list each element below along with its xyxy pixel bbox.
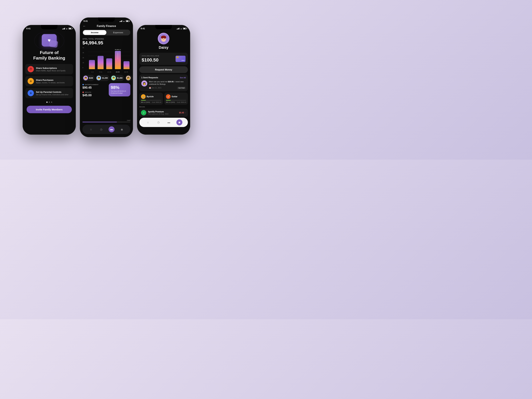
wifi-icon: ▲ — [66, 28, 68, 30]
spotify-amount: $5.45 → — [179, 112, 186, 114]
feature-item-purchases[interactable]: ✈ Share Purchases Appps, movies, Tv show… — [25, 76, 73, 86]
y-label-3k: 3k — [82, 52, 84, 54]
battery-fill — [69, 28, 71, 29]
bicycle-name: Bycicle — [147, 95, 154, 98]
sent-requests-section: 1 Sent Requests See All 👩 Mom can you se… — [139, 74, 188, 91]
heart-card — [42, 34, 57, 47]
nav-home-2[interactable]: ⌂ — [88, 126, 94, 132]
avatar-row: 👧 $100 👦 $1,200 👨 $1,200 👩 — [80, 74, 133, 82]
nav-chart-2[interactable]: ◷ — [98, 126, 104, 132]
bicycle-saved: $85.12 (24%) — [141, 101, 150, 103]
feature-item-parental[interactable]: ✈ Set Up Parental Controls Set up Financ… — [25, 88, 73, 98]
profile-avatar — [158, 33, 169, 44]
nav-bar: ← Family Finance — [80, 23, 133, 28]
x-label-12-18: 12-18 — [105, 71, 114, 73]
nav-person-2[interactable]: ◉ — [119, 126, 125, 132]
bar-group-5-11 — [97, 55, 104, 69]
dot-3 — [51, 101, 52, 103]
phone3-content: Daisy AVAILABLE BALANCE $100.50 VISA Req… — [137, 31, 190, 133]
budget-card: 98% You have left $1500.45of planned bud… — [109, 83, 130, 96]
time-3: 9:41 — [141, 27, 145, 30]
bicycle-header: 🚲 Bycicle — [141, 94, 161, 99]
nav-wallet-2[interactable]: ▬ — [108, 126, 114, 132]
page-dots — [46, 101, 52, 103]
req-meta: 📅 Dec 21, 2021 Not Paid — [149, 87, 186, 89]
bar-5-11 — [98, 56, 104, 69]
nav-chart-3[interactable]: ◷ — [155, 119, 161, 125]
budget-text: You have left $1500.45of planned budget — [111, 90, 128, 94]
guitar-name: Guitar — [171, 95, 177, 98]
x-label-19-25: 19-25 — [113, 71, 122, 73]
used-label: Used — [127, 120, 130, 121]
bar-group-1-4 — [88, 59, 96, 69]
parental-text: Set Up Parental Controls Set up Finance … — [36, 91, 69, 95]
parental-title: Set Up Parental Controls — [36, 91, 69, 93]
y-label-4k: 4k — [82, 47, 84, 49]
invite-family-button[interactable]: Invite Family Members — [27, 106, 72, 113]
bar-12-18 — [106, 58, 112, 69]
chart-y-labels: 4k 3k 2k 1k 0 — [82, 47, 84, 69]
avatar-1: 👧 — [83, 76, 88, 80]
entertainment-label: ENTERTAINMENT — [85, 84, 99, 85]
time-2: 9:41 — [83, 20, 88, 22]
balance-card: AVAILABLE BALANCE $100.50 VISA — [139, 53, 188, 65]
req-date: 📅 Dec 21, 2021 — [149, 87, 162, 89]
bar-label-19-25: $2,886.10 — [115, 49, 121, 50]
bar-19-25 — [115, 51, 121, 69]
notch-1 — [41, 25, 57, 29]
avatar-amount-3: $1,200 — [117, 77, 122, 79]
goals-row: 🚲 Bycicle $85.12 (24%) Goal: $380.00 🎸 G… — [139, 93, 188, 105]
bar-group-19-25: $2,886.10 — [114, 49, 122, 69]
balance-left: AVAILABLE BALANCE $100.50 — [142, 55, 159, 63]
phone-2: 9:41 ▲ ← Family Finance Income Expenses … — [80, 18, 133, 137]
svg-point-4 — [162, 38, 165, 41]
guitar-saved: $85.12 (24%) — [166, 101, 175, 103]
purchases-icon: ✈ — [28, 78, 34, 84]
x-label-5-11: 5-11 — [97, 71, 105, 73]
tab-expenses[interactable]: Expenses — [106, 30, 130, 35]
bicycle-bar-bg — [141, 100, 161, 101]
avatar-amount-1: $100 — [89, 77, 93, 79]
budget-percent: 98% — [111, 85, 128, 90]
profile-name: Daisy — [159, 45, 169, 50]
see-all-button[interactable]: See All — [180, 77, 186, 79]
spending-amount: $4,994.95 — [82, 40, 130, 45]
time-1: 9:41 — [26, 27, 31, 30]
card-corner — [49, 40, 58, 48]
nav-home-3[interactable]: ⌂ — [145, 119, 151, 125]
signal-bar-4 — [64, 28, 65, 29]
chart-container: 4k 3k 2k 1k 0 — [80, 47, 133, 74]
nav-wallet-3[interactable]: ▬ — [166, 119, 172, 125]
req-content: Mom can you send me $20.00, I need new n… — [149, 81, 186, 89]
dot-2 — [49, 101, 50, 103]
not-paid-badge: Not Paid — [177, 87, 186, 89]
y-label-1k: 1k — [82, 62, 84, 63]
entertainment-dot — [82, 84, 84, 85]
avatar-item-4[interactable]: 👩 — [125, 75, 132, 81]
y-label-2k: 2k — [82, 57, 84, 58]
sent-title: 1 Sent Requests — [141, 76, 158, 79]
avatar-item-1[interactable]: 👧 $100 — [82, 75, 95, 81]
request-money-button[interactable]: Request Money — [139, 66, 188, 73]
guitar-bar-bg — [166, 100, 186, 101]
status-icons-1: ▲ — [62, 28, 72, 30]
spotify-info: Spotify Premium Next payment 20 Aug. 202… — [148, 111, 177, 115]
feature-list: ⏱ Share Subscriptions Share Netflix, App… — [23, 64, 76, 98]
recent-item-spotify: ♪ Spotify Premium Next payment 20 Aug. 2… — [139, 109, 188, 117]
health-dot — [82, 92, 84, 93]
avatar-item-2[interactable]: 👦 $1,200 — [95, 75, 109, 81]
nav-person-3[interactable]: ◉ — [176, 119, 182, 125]
recent-section: RECEN ♪ Spotify Premium Next payment 20 … — [139, 106, 188, 117]
signal-bar-1 — [62, 29, 63, 29]
avatar-item-3[interactable]: 👨 $1,200 — [110, 75, 124, 81]
tab-income[interactable]: Income — [83, 30, 106, 35]
chart-x-labels: 1-4 5-11 12-18 19-25 26-30 — [88, 71, 130, 73]
visa-card: VISA — [176, 56, 185, 62]
signal-bar-2 — [63, 28, 63, 29]
balance-label: AVAILABLE BALANCE — [142, 55, 159, 57]
bottom-nav-2: ⌂ ◷ ▬ ◉ — [82, 125, 130, 134]
categories-section: ENTERTAINMENT $90.45 HEALTH $45.00 98% Y… — [80, 82, 133, 124]
hero-section — [23, 31, 76, 50]
feature-item-subscriptions[interactable]: ⏱ Share Subscriptions Share Netflix, App… — [25, 64, 73, 74]
back-button[interactable]: ← — [83, 25, 86, 28]
